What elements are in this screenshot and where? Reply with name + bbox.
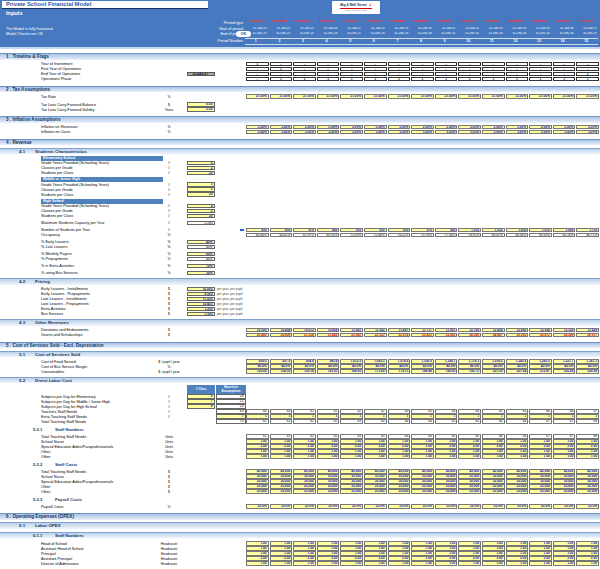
cell[interactable]: 26,389 [553,333,576,337]
cell[interactable]: 21.00% [482,94,505,98]
cell[interactable]: 154.50 [270,369,293,373]
cell[interactable]: 1.00 [388,561,411,565]
cell[interactable]: 25.0% [411,504,434,508]
cell[interactable]: 1.00 [435,454,458,458]
cell[interactable]: 25,000 [246,489,269,493]
cell[interactable]: 25,000 [270,489,293,493]
cell[interactable]: 207.64 [506,369,529,373]
cell[interactable]: 1.00 [364,454,387,458]
cell[interactable]: 213.87 [529,369,552,373]
cell[interactable]: 21.00% [458,94,481,98]
cell[interactable]: 3.00% [317,130,340,134]
input-cell[interactable]: 20 [187,171,215,175]
cell[interactable]: 1.00 [246,561,269,565]
cell[interactable]: 1.00 [576,454,599,458]
cell[interactable]: 3.00% [293,130,316,134]
cell[interactable]: 1.00 [435,561,458,565]
cell[interactable]: 3.00% [435,130,458,134]
cell[interactable]: 21.00% [317,94,340,98]
cell[interactable]: 184.48 [411,369,434,373]
cell[interactable]: 3.00% [388,130,411,134]
cell[interactable]: 21.00% [246,94,269,98]
input-cell[interactable]: 30% [187,271,215,275]
cell[interactable]: 1.00 [411,561,434,565]
cell[interactable]: 25,000 [458,489,481,493]
cell[interactable]: 1.00 [482,454,505,458]
cell[interactable]: 22,523 [364,333,387,337]
cell[interactable]: 1.00 [270,454,293,458]
cell[interactable]: 1.00 [529,561,552,565]
cell[interactable]: 25.0% [340,504,363,508]
cell[interactable]: 1.00 [364,561,387,565]
cell[interactable]: 21,649 [317,333,340,337]
cell[interactable]: 25,000 [340,489,363,493]
cell[interactable]: 21,224 [293,333,316,337]
cell[interactable]: 1.00 [293,454,316,458]
cell[interactable]: 1.00 [340,454,363,458]
cell[interactable]: 25,000 [435,489,458,493]
cell[interactable]: 1.00 [553,454,576,458]
cell[interactable]: 1.00 [576,561,599,565]
cell[interactable]: 3.00% [506,130,529,134]
cell[interactable]: 1.00 [270,561,293,565]
cell[interactable]: 21.00% [506,94,529,98]
cell[interactable]: 24,380 [458,333,481,337]
cell[interactable]: 25.0% [364,504,387,508]
cell[interactable]: 3.00% [482,130,505,134]
cell[interactable]: 190.02 [435,369,458,373]
cell[interactable]: 1.00 [506,454,529,458]
cell[interactable]: 20,400 [246,333,269,337]
cell[interactable]: 1.00 [553,561,576,565]
cell[interactable]: 25,000 [411,489,434,493]
input-cell[interactable]: 5.00 [187,107,215,111]
cell[interactable]: 21.00% [411,94,434,98]
cell[interactable]: 3.00% [364,130,387,134]
cell[interactable]: 25,000 [293,489,316,493]
cell[interactable]: 26,917 [576,333,599,337]
cell[interactable]: 24,867 [482,333,505,337]
cell[interactable]: 173.89 [364,369,387,373]
input-cell[interactable]: 70% [187,264,215,268]
cell[interactable]: 21.00% [293,94,316,98]
cell[interactable]: 226.89 [576,369,599,373]
cell[interactable]: 220.28 [553,369,576,373]
cell[interactable]: 21.00% [435,94,458,98]
cell[interactable]: 21.00% [388,94,411,98]
cell[interactable]: 21.00% [270,94,293,98]
cell[interactable]: 20,808 [270,333,293,337]
cell[interactable]: 25.0% [388,504,411,508]
cell[interactable]: 3.00% [246,130,269,134]
cell[interactable]: 3.00% [340,130,363,134]
cell[interactable]: 3.00% [576,130,599,134]
cell[interactable]: 25.0% [529,504,552,508]
cell[interactable]: 21.00% [529,94,552,98]
cell[interactable]: 22,974 [388,333,411,337]
cell[interactable]: 195.72 [458,369,481,373]
cell[interactable]: 163.91 [317,369,340,373]
cell[interactable]: 179.11 [388,369,411,373]
cell[interactable]: 3.00% [529,130,552,134]
input-cell[interactable]: 20 [187,214,215,218]
cell[interactable]: 25.0% [317,504,340,508]
cell[interactable]: 1.00 [506,561,529,565]
input-cell[interactable]: 1,500 [187,312,215,316]
cell[interactable]: 22,082 [340,333,363,337]
cell[interactable]: 159.14 [293,369,316,373]
cell[interactable]: 25,000 [317,489,340,493]
cell[interactable]: 3.00% [553,130,576,134]
cell[interactable]: 25,000 [388,489,411,493]
cell[interactable]: 21.00% [364,94,387,98]
cell[interactable]: 23,433 [411,333,434,337]
cell[interactable]: 1.00 [482,561,505,565]
cell[interactable]: 25.0% [482,504,505,508]
cell[interactable]: 1.00 [317,561,340,565]
cell[interactable]: 25,000 [553,489,576,493]
cell[interactable]: 168.83 [340,369,363,373]
cell[interactable]: 21.00% [340,94,363,98]
cell[interactable]: 25,872 [529,333,552,337]
cell[interactable]: 3.00% [458,130,481,134]
cell[interactable]: 150.00 [246,369,269,373]
cell[interactable]: 25.0% [553,504,576,508]
cell[interactable]: 1.00 [317,454,340,458]
cell[interactable]: 25,000 [506,489,529,493]
